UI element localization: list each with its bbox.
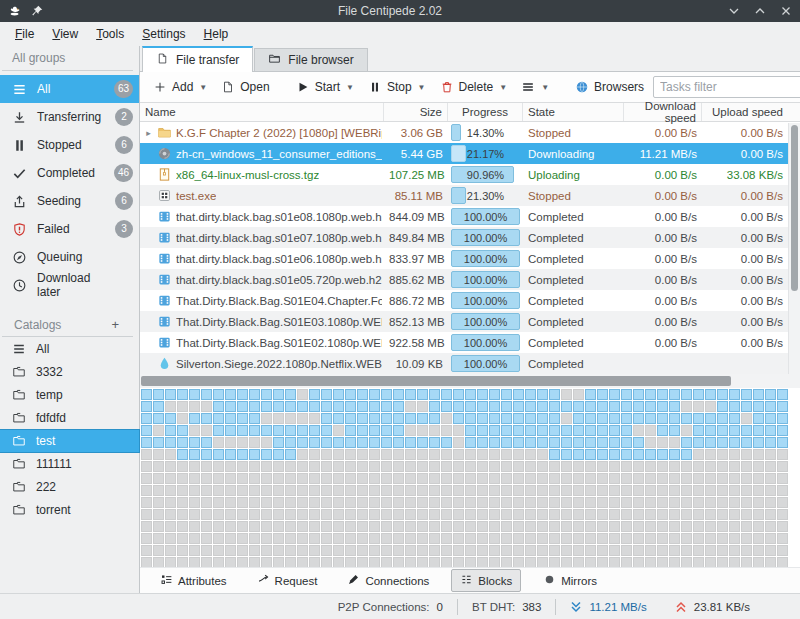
table-row[interactable]: that.dirty.black.bag.s01e05.720p.web.h26… [140, 269, 788, 290]
menu-item-file[interactable]: File [6, 24, 43, 44]
sidebar-item-completed[interactable]: Completed 46 [0, 159, 139, 187]
block-empty [609, 545, 620, 556]
table-row[interactable]: That.Dirty.Black.Bag.S01E04.Chapter.Four… [140, 290, 788, 311]
block-empty [417, 461, 428, 472]
add-button[interactable]: Add▼ [148, 76, 212, 98]
catalog-item-torrent[interactable]: torrent [0, 499, 139, 521]
block-empty [645, 557, 656, 567]
bottom-tab-label: Blocks [478, 575, 512, 587]
block-empty [585, 509, 596, 520]
block-downloaded [309, 389, 320, 400]
block-empty [237, 461, 248, 472]
sidebar-item-seeding[interactable]: Seeding 6 [0, 187, 139, 215]
table-row[interactable]: that.dirty.black.bag.s01e07.1080p.web.h2… [140, 227, 788, 248]
bottom-tab-attributes[interactable]: Attributes [152, 570, 235, 591]
task-download-speed: 0.00 B/s [624, 127, 702, 139]
sidebar-item-stopped[interactable]: Stopped 6 [0, 131, 139, 159]
horizontal-scrollbar-thumb[interactable] [141, 376, 731, 386]
tasks-filter-input[interactable] [654, 78, 800, 96]
block-downloaded [345, 401, 356, 412]
start-button[interactable]: Start▼ [291, 76, 359, 98]
more-menu-button[interactable]: ▼ [516, 76, 554, 98]
block-empty [525, 449, 536, 460]
block-empty [477, 473, 488, 484]
count-badge: 46 [114, 164, 133, 182]
browsers-button[interactable]: Browsers [570, 76, 649, 98]
column-name[interactable]: Name [140, 103, 384, 121]
tab-file-transfer[interactable]: File transfer [142, 46, 253, 72]
task-upload-speed: 0.00 B/s [702, 274, 788, 286]
vertical-scrollbar-thumb[interactable] [791, 125, 798, 291]
bottom-tab-connections[interactable]: Connections [339, 570, 437, 591]
open-button[interactable]: Open [216, 76, 274, 98]
table-row[interactable]: That.Dirty.Black.Bag.S01E03.1080p.WEB.h2… [140, 311, 788, 332]
block-empty [453, 437, 464, 448]
menu-item-view[interactable]: View [43, 24, 87, 44]
block-downloaded [153, 401, 164, 412]
add-catalog-button[interactable]: + [109, 317, 121, 332]
block-empty [705, 557, 716, 567]
total-upload-speed: 23.81 KB/s [694, 601, 750, 613]
bottom-tab-blocks[interactable]: Blocks [451, 569, 521, 592]
expand-arrow-icon[interactable]: ▸ [144, 128, 153, 138]
sidebar-item-failed[interactable]: Failed 3 [0, 215, 139, 243]
task-download-speed: 0.00 B/s [624, 169, 702, 181]
minimize-button[interactable] [728, 5, 740, 17]
block-empty [429, 521, 440, 532]
sidebar-item-transferring[interactable]: Transferring 2 [0, 103, 139, 131]
block-downloaded [249, 425, 260, 436]
maximize-button[interactable] [754, 5, 766, 17]
close-button[interactable] [780, 5, 792, 17]
menu-item-settings[interactable]: Settings [133, 24, 194, 44]
block-empty [453, 557, 464, 567]
block-empty [321, 533, 332, 544]
pin-icon[interactable] [30, 4, 44, 18]
table-row[interactable]: that.dirty.black.bag.s01e06.1080p.web.h2… [140, 248, 788, 269]
catalog-item-test[interactable]: test [0, 430, 139, 452]
clock-icon [12, 278, 27, 293]
block-downloaded [333, 437, 344, 448]
block-empty [297, 389, 308, 400]
block-downloaded [357, 401, 368, 412]
block-downloaded [729, 425, 740, 436]
catalog-item-222[interactable]: 222 [0, 476, 139, 498]
catalog-item-all[interactable]: All [0, 338, 139, 360]
vertical-scrollbar[interactable] [788, 123, 800, 374]
bottom-tab-request[interactable]: Request [249, 570, 326, 591]
column-state[interactable]: State [523, 103, 624, 121]
column-progress[interactable]: Progress [448, 103, 523, 121]
block-empty [597, 473, 608, 484]
sidebar-item-download-later[interactable]: Download later [0, 271, 139, 299]
block-empty [177, 473, 188, 484]
column-size[interactable]: Size [384, 103, 448, 121]
delete-button[interactable]: Delete▼ [435, 76, 513, 98]
catalog-item-3332[interactable]: 3332 [0, 361, 139, 383]
sidebar-item-all[interactable]: All 63 [0, 75, 139, 103]
tab-file-browser[interactable]: File browser [254, 48, 367, 71]
sidebar-item-queuing[interactable]: Queuing [0, 243, 139, 271]
column-download-speed[interactable]: Download speed [624, 103, 702, 121]
block-empty [669, 461, 680, 472]
table-row[interactable]: test.exe 85.11 MB 21.30% Stopped 0.00 B/… [140, 185, 788, 206]
bottom-tab-mirrors[interactable]: Mirrors [535, 570, 605, 591]
catalog-item-111111[interactable]: 111111 [0, 453, 139, 475]
table-row[interactable]: zh-cn_windows_11_consumer_editions_upd… … [140, 143, 788, 164]
catalog-item-temp[interactable]: temp [0, 384, 139, 406]
catalog-item-fdfdfd[interactable]: fdfdfd [0, 407, 139, 429]
menu-item-help[interactable]: Help [195, 24, 238, 44]
menu-item-tools[interactable]: Tools [87, 24, 133, 44]
block-empty [429, 533, 440, 544]
table-row[interactable]: that.dirty.black.bag.s01e08.1080p.web.h2… [140, 206, 788, 227]
block-downloaded [285, 437, 296, 448]
column-upload-speed[interactable]: Upload speed [702, 103, 788, 121]
table-row[interactable]: ▸ K.G.F Chapter 2 (2022) [1080p] [WEBRip… [140, 122, 788, 143]
table-row[interactable]: x86_64-linux-musl-cross.tgz 107.25 MB 90… [140, 164, 788, 185]
block-downloaded [501, 401, 512, 412]
table-row[interactable]: That.Dirty.Black.Bag.S01E02.1080p.WEB.h2… [140, 332, 788, 353]
block-empty [621, 533, 632, 544]
horizontal-scrollbar[interactable] [140, 374, 800, 388]
stop-button[interactable]: Stop▼ [363, 76, 431, 98]
block-empty [297, 533, 308, 544]
table-row[interactable]: Silverton.Siege.2022.1080p.Netflix.WEB-D… [140, 353, 788, 374]
tasks-filter-combobox[interactable]: ▼ [653, 76, 800, 98]
